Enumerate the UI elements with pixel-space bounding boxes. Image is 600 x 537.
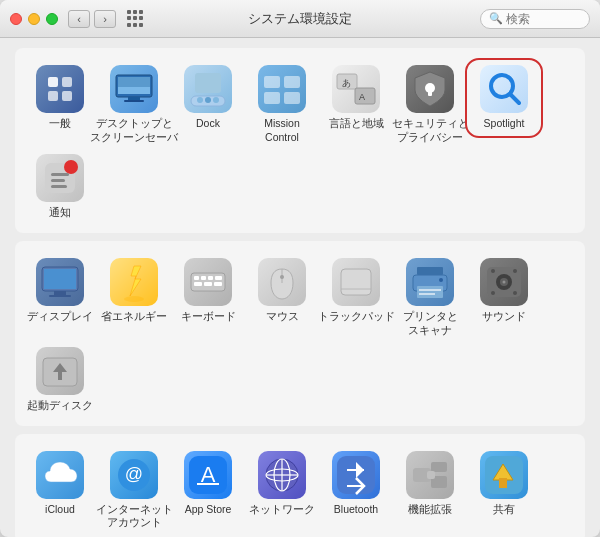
svg-rect-29 (51, 179, 65, 182)
svg-rect-38 (201, 276, 206, 280)
maximize-button[interactable] (46, 13, 58, 25)
svg-rect-30 (51, 185, 67, 188)
pref-mission[interactable]: MissionControl (245, 60, 319, 149)
svg-point-27 (64, 160, 78, 174)
pref-extensions[interactable]: 機能拡張 (393, 446, 467, 522)
icloud-icon (36, 451, 84, 499)
svg-rect-17 (284, 92, 300, 104)
search-icon: 🔍 (489, 12, 503, 25)
svg-rect-7 (128, 97, 140, 100)
pref-appstore[interactable]: A App Store (171, 446, 245, 522)
keyboard-label: キーボード (181, 310, 236, 324)
svg-rect-41 (194, 282, 202, 286)
grid-view-button[interactable] (126, 10, 144, 28)
mission-label: MissionControl (264, 117, 300, 144)
pref-network[interactable]: ネットワーク (245, 446, 319, 522)
general-label: 一般 (49, 117, 71, 131)
svg-rect-48 (417, 267, 443, 275)
svg-rect-3 (62, 91, 72, 101)
desktop-label: デスクトップとスクリーンセーバ (90, 117, 178, 144)
network-label: ネットワーク (249, 503, 315, 517)
svg-rect-52 (419, 293, 435, 295)
pref-sharing[interactable]: 共有 (467, 446, 541, 522)
pref-notification[interactable]: 通知 (23, 149, 97, 225)
forward-button[interactable]: › (94, 10, 116, 28)
svg-rect-32 (44, 269, 76, 289)
nav-buttons: ‹ › (68, 10, 116, 28)
pref-spotlight[interactable]: Spotlight (467, 60, 541, 136)
appstore-icon: A (184, 451, 232, 499)
search-box[interactable]: 🔍 (480, 9, 590, 29)
keyboard-icon (184, 258, 232, 306)
pref-language[interactable]: あ A 言語と地域 (319, 60, 393, 136)
svg-rect-23 (428, 90, 432, 96)
svg-line-25 (510, 94, 519, 103)
pref-energy[interactable]: 省エネルギー (97, 253, 171, 329)
svg-rect-77 (431, 462, 447, 472)
extensions-icon (406, 451, 454, 499)
svg-point-61 (513, 291, 517, 295)
network-icon (258, 451, 306, 499)
startup-label: 起動ディスク (27, 399, 93, 413)
svg-rect-39 (208, 276, 213, 280)
pref-sound[interactable]: サウンド (467, 253, 541, 329)
close-button[interactable] (10, 13, 22, 25)
pref-dock[interactable]: Dock (171, 60, 245, 136)
section-personal: 一般 デスクトップとスクリーンセーバ (15, 48, 585, 233)
notification-icon (36, 154, 84, 202)
sound-icon (480, 258, 528, 306)
svg-rect-34 (49, 295, 71, 297)
sound-label: サウンド (482, 310, 526, 324)
mouse-label: マウス (266, 310, 299, 324)
pref-display[interactable]: ディスプレイ (23, 253, 97, 329)
section3-grid: iCloud @ インターネットアカウント (23, 446, 577, 535)
svg-rect-81 (499, 478, 507, 488)
svg-rect-28 (51, 173, 69, 176)
traffic-lights (10, 13, 58, 25)
pref-internet[interactable]: @ インターネットアカウント (97, 446, 171, 535)
svg-rect-37 (194, 276, 199, 280)
dock-label: Dock (196, 117, 220, 131)
svg-rect-14 (264, 76, 280, 88)
svg-rect-8 (124, 100, 144, 102)
pref-general[interactable]: 一般 (23, 60, 97, 136)
energy-label: 省エネルギー (101, 310, 167, 324)
extensions-label: 機能拡張 (408, 503, 452, 517)
internet-label: インターネットアカウント (96, 503, 173, 530)
pref-security[interactable]: セキュリティとプライバシー (393, 60, 467, 149)
mission-icon (258, 65, 306, 113)
back-button[interactable]: ‹ (68, 10, 90, 28)
svg-point-11 (205, 97, 211, 103)
search-input[interactable] (506, 12, 591, 26)
desktop-icon (110, 65, 158, 113)
language-icon: あ A (332, 65, 380, 113)
internet-icon: @ (110, 451, 158, 499)
svg-rect-46 (341, 269, 371, 295)
general-icon (36, 65, 84, 113)
pref-printer[interactable]: プリンタとスキャナ (393, 253, 467, 342)
svg-rect-40 (215, 276, 222, 280)
display-label: ディスプレイ (27, 310, 93, 324)
svg-rect-33 (54, 291, 66, 295)
trackpad-label: トラックパッド (318, 310, 395, 324)
bluetooth-icon (332, 451, 380, 499)
minimize-button[interactable] (28, 13, 40, 25)
svg-point-60 (491, 291, 495, 295)
svg-rect-16 (264, 92, 280, 104)
sharing-icon (480, 451, 528, 499)
svg-rect-2 (48, 91, 58, 101)
svg-point-59 (513, 269, 517, 273)
pref-bluetooth[interactable]: Bluetooth (319, 446, 393, 522)
svg-rect-50 (417, 286, 443, 298)
svg-rect-6 (118, 77, 150, 87)
svg-rect-10 (195, 73, 221, 93)
pref-icloud[interactable]: iCloud (23, 446, 97, 522)
svg-rect-1 (62, 77, 72, 87)
pref-mouse[interactable]: マウス (245, 253, 319, 329)
pref-keyboard[interactable]: キーボード (171, 253, 245, 329)
svg-text:あ: あ (342, 78, 351, 88)
sharing-label: 共有 (493, 503, 515, 517)
pref-startup[interactable]: 起動ディスク (23, 342, 97, 418)
pref-desktop[interactable]: デスクトップとスクリーンセーバ (97, 60, 171, 149)
pref-trackpad[interactable]: トラックパッド (319, 253, 393, 329)
